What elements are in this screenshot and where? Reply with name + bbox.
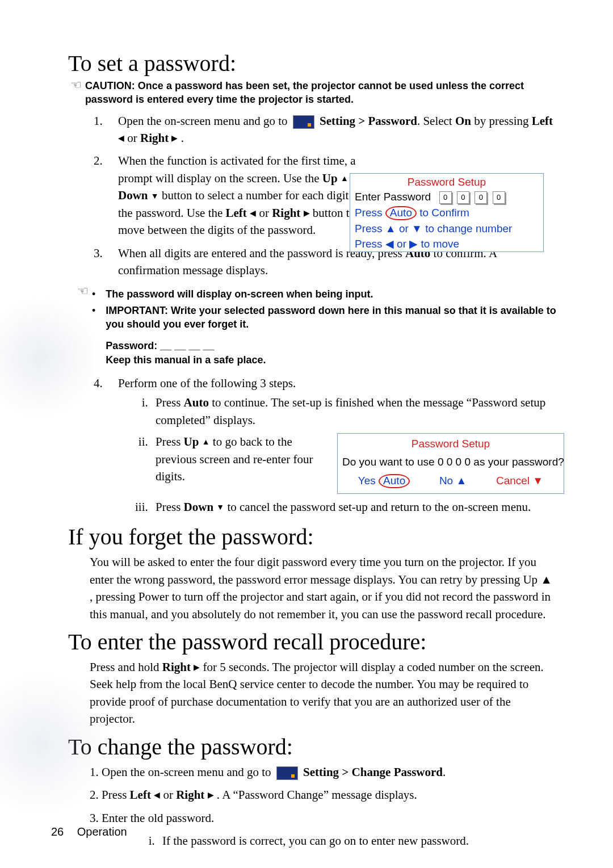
- text: When the function is activated for the f…: [118, 154, 356, 184]
- osd-question: Do you want to use 0 0 0 0 as your passw…: [338, 453, 564, 471]
- text: Open the on-screen menu and go to: [118, 114, 291, 128]
- text: . Select: [417, 114, 455, 128]
- roman-substeps: Press Auto to continue. The set-up is fi…: [135, 394, 556, 515]
- text: .: [443, 765, 446, 779]
- text: Press and hold: [90, 660, 162, 674]
- heading-forget: If you forget the password:: [68, 523, 556, 550]
- left-icon: ◀: [118, 135, 124, 142]
- text: .: [181, 131, 184, 145]
- text: or: [127, 131, 140, 145]
- osd-no: No ▲: [439, 473, 467, 489]
- osd-cancel: Cancel ▼: [496, 473, 543, 489]
- text: Up: [322, 171, 338, 185]
- change-step-2: 2. Press Left ◀ or Right ▶ . A “Password…: [90, 786, 556, 803]
- digit-box: 0: [475, 191, 487, 204]
- menu-icon: [276, 766, 298, 780]
- section-label: Operation: [77, 825, 127, 838]
- hand-icon: ☞: [68, 79, 82, 91]
- text: Down: [184, 500, 214, 514]
- text: Right: [176, 788, 204, 802]
- change-substep-i: If the password is correct, you can go o…: [158, 832, 556, 849]
- text: to Confirm: [419, 207, 469, 219]
- substep-i: Press Auto to continue. The set-up is fi…: [151, 394, 556, 429]
- note-display: The password will display on-screen when…: [106, 287, 373, 301]
- text: Right: [140, 131, 169, 145]
- text: 2. Press: [90, 788, 130, 802]
- text: On: [455, 114, 471, 128]
- menu-icon: [293, 115, 314, 129]
- right-icon: ▶: [194, 664, 200, 672]
- digit-box: 0: [439, 191, 452, 204]
- up-icon: ▲: [341, 175, 349, 183]
- substep-iii: Press Down ▼ to cancel the password set-…: [151, 498, 556, 515]
- text: Press: [156, 435, 184, 448]
- text: Enter Password: [355, 191, 431, 203]
- text: Perform one of the following 3 steps.: [118, 376, 296, 390]
- note-password-blank: Password: __ __ __ __: [106, 339, 556, 353]
- osd-row-enter: Enter Password 0 0 0 0: [350, 190, 543, 205]
- down-icon: ▼: [216, 504, 224, 511]
- caution-text: CAUTION: Once a password has been set, t…: [85, 79, 556, 107]
- osd-row-change: Press ▲ or ▼ to change number: [350, 221, 543, 236]
- text: by pressing: [471, 114, 532, 128]
- note-important: IMPORTANT: Write your selected password …: [106, 304, 556, 332]
- page-footer: 26 Operation: [51, 825, 127, 838]
- hand-icon: ☞: [68, 285, 89, 297]
- osd-password-setup: Password Setup Enter Password 0 0 0 0 Pr…: [350, 173, 544, 252]
- left-icon: ◀: [154, 791, 160, 799]
- notes-block: ☞ • The password will display on-screen …: [68, 285, 556, 369]
- osd-row-confirm: Press Auto to Confirm: [350, 205, 543, 221]
- text: Auto: [184, 396, 209, 409]
- right-icon: ▶: [304, 209, 310, 217]
- osd-row-move: Press ◀ or ▶ to move: [350, 236, 543, 251]
- heading-change: To change the password:: [68, 733, 556, 760]
- note-keep-safe: Keep this manual in a safe place.: [106, 353, 556, 367]
- up-icon: ▲: [202, 438, 210, 446]
- page: To set a password: ☞ CAUTION: Once a pas…: [0, 0, 613, 868]
- text: Left: [130, 788, 151, 802]
- bullet-icon: •: [92, 304, 95, 318]
- text: or: [163, 788, 176, 802]
- right-icon: ▶: [171, 135, 178, 142]
- heading-set-password: To set a password:: [68, 50, 556, 77]
- change-step-3: 3. Enter the old password.: [90, 810, 556, 827]
- text: Right: [162, 660, 191, 674]
- recall-paragraph: Press and hold Right ▶ for 5 seconds. Th…: [90, 659, 556, 728]
- change-substeps: If the password is correct, you can go o…: [142, 832, 556, 849]
- left-icon: ◀: [250, 209, 256, 217]
- numbered-steps-continued: Perform one of the following 3 steps. Pr…: [90, 375, 556, 515]
- right-icon: ▶: [208, 791, 214, 799]
- change-step-1: 1. Open the on-screen menu and go to Set…: [90, 764, 556, 781]
- osd-yes: Yes Auto: [358, 473, 410, 489]
- osd-title: Password Setup: [350, 174, 543, 190]
- text: to cancel the password set-up and return…: [227, 500, 531, 514]
- text: Right: [272, 206, 300, 220]
- text: 1. Open the on-screen menu and go to: [90, 765, 274, 779]
- text: Press: [156, 500, 184, 514]
- text: Left: [532, 114, 553, 128]
- text: Left: [226, 206, 247, 220]
- text: to continue. The set-up is finished when…: [156, 396, 545, 426]
- text: or: [259, 206, 272, 220]
- text: . A “Password Change” message displays.: [217, 788, 417, 802]
- down-icon: ▼: [151, 192, 159, 200]
- text: Press: [156, 396, 184, 409]
- bullet-icon: •: [92, 287, 95, 301]
- auto-highlight-icon: Auto: [385, 206, 417, 220]
- forget-paragraph: You will be asked to enter the four digi…: [90, 553, 556, 623]
- heading-recall: To enter the password recall procedure:: [68, 628, 556, 655]
- caution-note: ☞ CAUTION: Once a password has been set,…: [68, 79, 556, 107]
- text: Up: [184, 435, 199, 448]
- text: Down: [118, 188, 148, 202]
- osd-confirm-dialog: Password Setup Do you want to use 0 0 0 …: [337, 433, 564, 494]
- digit-box: 0: [493, 191, 505, 204]
- page-number: 26: [51, 825, 64, 838]
- menu-path: Setting > Password: [320, 114, 417, 128]
- auto-highlight-icon: Auto: [379, 474, 410, 488]
- step-1: Open the on-screen menu and go to Settin…: [106, 112, 556, 147]
- osd-title: Password Setup: [338, 434, 564, 453]
- substep-ii: Press Up ▲ to go back to the previous sc…: [151, 433, 556, 494]
- digit-box: 0: [457, 191, 469, 204]
- text: Press: [355, 207, 383, 219]
- menu-path: Setting > Change Password: [303, 765, 443, 779]
